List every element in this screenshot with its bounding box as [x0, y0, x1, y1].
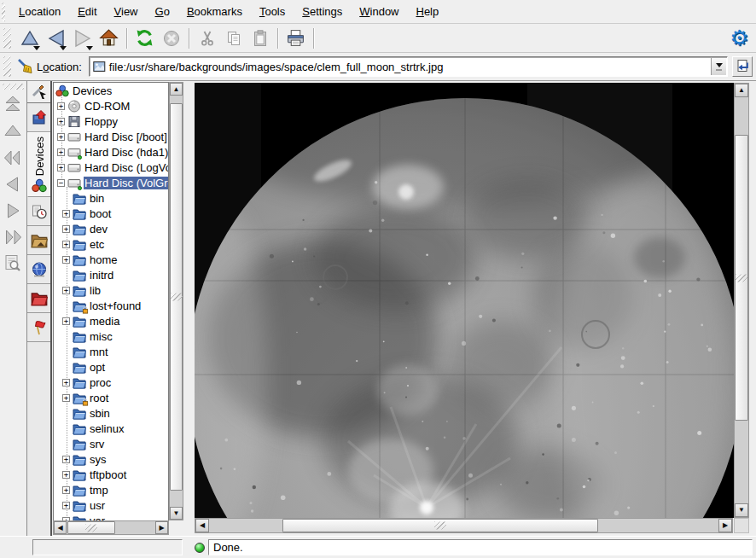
tree-item-hard-disc-volgrou[interactable]: −Hard Disc (VolGrou: [54, 175, 168, 190]
double-up-button[interactable]: [0, 91, 26, 118]
forward-nav-button[interactable]: [0, 197, 26, 224]
toolbar-handle[interactable]: [3, 28, 11, 49]
tab-network[interactable]: [27, 255, 50, 284]
panel-splitter[interactable]: [184, 81, 195, 536]
tree-hscrollbar-thumb[interactable]: [67, 521, 115, 534]
tab-devices[interactable]: Devices: [27, 132, 50, 197]
tree-scroll-right-button[interactable]: ▶: [155, 521, 168, 534]
back-button[interactable]: [43, 26, 69, 51]
view-horizontal-scrollbar[interactable]: ◀ ▶: [195, 518, 733, 533]
menu-view[interactable]: View: [106, 1, 147, 22]
view-vscrollbar-thumb[interactable]: [735, 135, 748, 421]
forward-dropdown-icon[interactable]: [86, 46, 93, 50]
tree-item-media[interactable]: +media: [54, 313, 168, 328]
tree-horizontal-scrollbar[interactable]: ◀ ▶: [53, 520, 169, 535]
tree-expander-icon[interactable]: +: [62, 502, 70, 509]
tree-item-misc[interactable]: misc: [54, 328, 168, 344]
tree-expander-icon[interactable]: +: [62, 225, 70, 233]
tab-history[interactable]: [27, 197, 50, 226]
tree-scroll-left-button[interactable]: ◀: [54, 521, 67, 534]
tree-expander-icon[interactable]: +: [57, 148, 65, 156]
tree-scroll-down-button[interactable]: ▼: [170, 507, 183, 520]
double-forward-button[interactable]: [0, 224, 26, 250]
tree-item-lib[interactable]: +lib: [54, 282, 168, 298]
tree-item-tftpboot[interactable]: +tftpboot: [54, 467, 168, 482]
tree-expander-icon[interactable]: +: [57, 164, 65, 171]
tree-expander-icon[interactable]: −: [57, 179, 65, 187]
back-nav-button[interactable]: [0, 171, 26, 197]
tree-item-etc[interactable]: +etc: [54, 236, 168, 252]
nav-toolbar-handle[interactable]: [3, 84, 24, 90]
tree-item-hard-disc-logvol0[interactable]: +Hard Disc (LogVol0: [54, 160, 168, 175]
tree-scrollbar-thumb[interactable]: [170, 103, 183, 491]
menu-window[interactable]: Window: [351, 1, 407, 22]
tree-expander-icon[interactable]: +: [62, 241, 70, 248]
locationbar-handle[interactable]: [3, 56, 11, 77]
home-button[interactable]: [96, 26, 122, 51]
tree-expander-icon[interactable]: +: [62, 456, 70, 463]
print-button[interactable]: [282, 26, 309, 51]
tree-item-sys[interactable]: +sys: [54, 451, 168, 467]
tree-item-lost-found[interactable]: lost+found: [54, 298, 168, 313]
location-combobox[interactable]: file:/usr/share/backgrounds/images/space…: [89, 56, 728, 77]
tree-item-dev[interactable]: +dev: [54, 221, 168, 236]
tree-item-initrd[interactable]: initrd: [54, 267, 168, 282]
tree-expander-icon[interactable]: +: [62, 287, 70, 294]
clear-location-broom-icon[interactable]: [16, 58, 35, 75]
double-back-button[interactable]: [0, 144, 26, 171]
go-button[interactable]: [732, 56, 753, 77]
tree-expander-icon[interactable]: +: [62, 471, 70, 479]
view-vertical-scrollbar[interactable]: ▲ ▼: [734, 83, 749, 518]
tree-expander-icon[interactable]: +: [62, 210, 70, 218]
tree-item-usr[interactable]: +usr: [54, 497, 168, 513]
tree-expander-icon[interactable]: +: [62, 486, 70, 494]
tree-item-floppy[interactable]: +Floppy: [54, 113, 168, 129]
konqueror-logo-button[interactable]: ⚙: [726, 26, 753, 51]
forward-button[interactable]: [69, 26, 96, 51]
tree-item-tmp[interactable]: +tmp: [54, 482, 168, 497]
tab-bookmarks[interactable]: [27, 103, 50, 132]
location-input[interactable]: file:/usr/share/backgrounds/images/space…: [106, 61, 727, 73]
view-scroll-right-button[interactable]: ▶: [718, 519, 732, 532]
tree-item-sbin[interactable]: sbin: [54, 405, 168, 421]
tree-expander-icon[interactable]: +: [57, 133, 65, 141]
menu-settings[interactable]: Settings: [294, 1, 351, 22]
menu-location[interactable]: Location: [10, 1, 69, 22]
tree-item-home[interactable]: +home: [54, 252, 168, 267]
tree-item-proc[interactable]: +proc: [54, 375, 168, 390]
up-nav-button[interactable]: [0, 118, 26, 144]
configure-sidebar-button[interactable]: [27, 81, 50, 103]
menu-tools[interactable]: Tools: [251, 1, 294, 22]
location-dropdown-button[interactable]: [711, 58, 726, 75]
tree-expander-icon[interactable]: +: [57, 118, 65, 125]
tree-item-selinux[interactable]: selinux: [54, 421, 168, 436]
tree-expander-icon[interactable]: +: [62, 379, 70, 387]
tree-item-hard-disc-boot[interactable]: +Hard Disc [/boot]: [54, 129, 168, 144]
tree-item-mnt[interactable]: mnt: [54, 344, 168, 359]
tree-item-hard-disc-hda1[interactable]: +Hard Disc (hda1) [/: [54, 144, 168, 160]
tree-item-srv[interactable]: srv: [54, 436, 168, 451]
back-dropdown-icon[interactable]: [60, 46, 67, 50]
tree-expander-icon[interactable]: +: [62, 317, 70, 325]
tree-item-root[interactable]: +root: [54, 390, 168, 405]
tree-expander-icon[interactable]: +: [57, 102, 65, 110]
copy-button[interactable]: [220, 26, 247, 51]
tree-expander-icon[interactable]: +: [62, 256, 70, 264]
tree-item-bin[interactable]: bin: [54, 190, 168, 206]
tree-item-var[interactable]: +var: [54, 513, 168, 520]
up-button[interactable]: [16, 26, 43, 51]
view-scroll-up-button[interactable]: ▲: [735, 84, 748, 97]
tab-root-folder[interactable]: [27, 284, 50, 313]
cut-button[interactable]: [194, 26, 220, 51]
view-scroll-left-button[interactable]: ◀: [195, 519, 209, 532]
tree-item-opt[interactable]: opt: [54, 359, 168, 375]
menu-help[interactable]: Help: [408, 1, 448, 22]
view-scroll-down-button[interactable]: ▼: [735, 503, 748, 517]
tree-expander-icon[interactable]: +: [62, 394, 70, 402]
tab-services[interactable]: [27, 313, 50, 342]
tree-vertical-scrollbar[interactable]: ▲ ▼: [169, 82, 183, 520]
tree-item-boot[interactable]: +boot: [54, 206, 168, 221]
stop-button[interactable]: [158, 26, 184, 51]
tree-item-devices[interactable]: Devices: [54, 83, 168, 98]
reload-button[interactable]: [131, 26, 158, 51]
